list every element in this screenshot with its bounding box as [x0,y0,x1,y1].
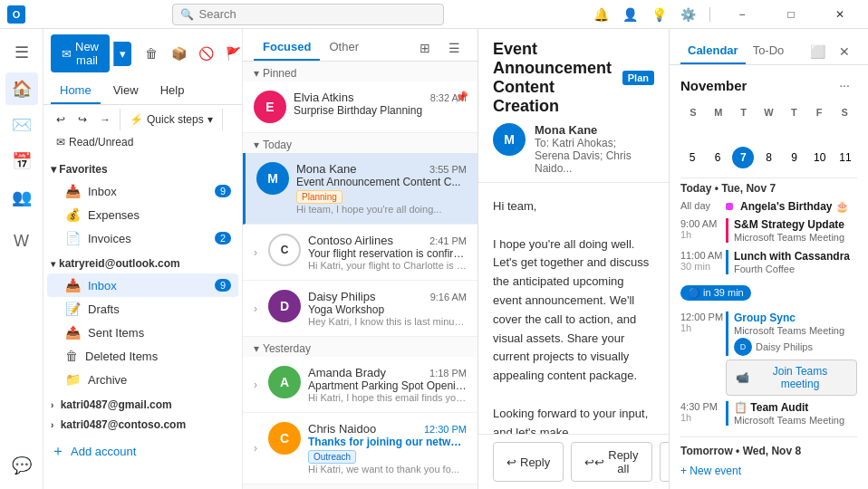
sidebar-item-archive[interactable]: 📁 Archive [47,368,238,391]
sidebar-item-deleted[interactable]: 🗑 Deleted Items [47,344,238,368]
tab-help[interactable]: Help [151,78,194,104]
day-name-t2: T [781,105,806,120]
event-11am-title: Lunch with Cassandra [734,250,857,263]
event-430pm-time: 4:30 PM [680,401,726,412]
subject-tag: Plan [622,71,654,85]
nav-mail-icon[interactable]: ✉️ [5,109,38,141]
new-mail-dropdown-button[interactable]: ▾ [113,42,131,66]
sidebar-item-inbox-fav[interactable]: 📥 Inbox 9 [47,179,238,203]
forward-button[interactable]: → [94,110,116,129]
search-input[interactable] [199,7,436,21]
filter-icon[interactable]: ⊞ [412,35,438,61]
inbox-fav-label: Inbox [88,185,215,198]
close-button[interactable]: ✕ [819,0,861,29]
todo-tab[interactable]: To-Do [746,38,792,64]
tab-view[interactable]: View [104,78,148,104]
cal-day-8[interactable]: 8 [757,147,779,168]
redo-button[interactable]: ↪ [72,110,92,129]
close-panel-icon[interactable]: ✕ [832,39,857,64]
tab-home[interactable]: Home [51,78,101,104]
reply-button[interactable]: ↩ Reply [493,442,564,482]
other-tab[interactable]: Other [320,34,368,61]
sender-amanda: Amanda Brady [308,366,426,379]
sidebar-item-invoices[interactable]: 📄 Invoices 2 [47,226,238,250]
lightbulb-icon[interactable]: 💡 [648,4,670,25]
read-unread-button[interactable]: ✉ Read/Unread [51,132,139,152]
notifications-icon[interactable]: 🔔 [590,4,612,25]
focused-tab[interactable]: Focused [254,34,320,61]
sidebar-item-drafts[interactable]: 📝 Drafts [47,297,238,321]
sidebar-item-expenses[interactable]: 💰 Expenses [47,203,238,226]
calendar-more-icon[interactable]: ··· [832,72,857,98]
title-bar: O 🔍 🔔 👤 💡 ⚙️ − □ ✕ [0,0,868,29]
gmail-account-header[interactable]: › katri0487@gmail.com [43,395,242,415]
sidebar-item-inbox[interactable]: 📥 Inbox 9 [47,273,238,297]
email-header-daisy: Daisy Philips 9:16 AM [308,290,467,303]
event-9am-time-col: 9:00 AM 1h [680,218,726,244]
spam-icon[interactable]: 🚫 [193,41,218,66]
sender-daisy: Daisy Philips [308,290,427,303]
new-event-button[interactable]: + New event [680,461,857,481]
today-collapse-icon[interactable]: ▾ [254,139,259,151]
account-header[interactable]: ▾ katryreid@outlook.com [43,254,242,273]
quick-steps-icon: ⚡ [130,113,143,126]
nav-people-icon[interactable]: 👥 [5,181,38,214]
email-content-contoso: Contoso Airlines 2:41 PM Your flight res… [308,234,467,271]
expand-panel-icon[interactable]: ⬜ [805,39,830,64]
email-item-elvia[interactable]: E Elvia Atkins 8:32 AM Surprise Birthday… [243,82,477,133]
calendar-tab[interactable]: Calendar [680,38,746,64]
people-icon[interactable]: 👤 [619,4,641,25]
email-item-amanda[interactable]: › A Amanda Brady 1:18 PM Apartment Parki… [243,357,477,413]
nav-home-icon[interactable]: 🏠 [5,72,38,105]
nav-word-icon[interactable]: W [5,225,38,257]
archive-icon[interactable]: 📦 [166,41,191,66]
nav-teams-icon[interactable]: 💬 [5,449,38,482]
email-to-line: To: Katri Ahokas; Serena Davis; Chris Na… [535,137,654,175]
sort-icon[interactable]: ☰ [441,35,467,61]
event-430pm[interactable]: 4:30 PM 1h 📋 Team Audit Microsoft Teams … [680,401,857,427]
event-12pm[interactable]: 12:00 PM 1h Group Sync Microsoft Teams M… [680,312,857,396]
sidebar-item-sent[interactable]: 📤 Sent Items [47,321,238,344]
favorites-header[interactable]: ▾ Favorites [43,159,242,179]
cal-day-10[interactable]: 10 [809,147,831,168]
add-account-button[interactable]: ＋ Add account [43,435,242,468]
join-teams-button[interactable]: 📹 Join Teams meeting [726,360,857,396]
delete-icon[interactable]: 🗑 [139,41,164,66]
avatar-amanda: A [268,366,301,398]
forward-button-pane[interactable]: ↪ Forw [660,442,670,482]
contoso-account-header[interactable]: › katri0487@contoso.com [43,415,242,435]
flag-icon[interactable]: 🚩 [220,41,243,66]
avatar-daisy: D [268,290,301,322]
maximize-button[interactable]: □ [770,0,812,29]
settings-icon[interactable]: ⚙️ [677,4,699,25]
expand-amanda-icon: › [254,379,257,391]
quick-steps-button[interactable]: ⚡ Quick steps ▾ [124,110,218,129]
time-mona: 3:55 PM [429,164,467,175]
email-item-mona[interactable]: M Mona Kane 3:55 PM Event Announcement C… [243,153,477,225]
title-bar-search: 🔍 [25,4,590,25]
cal-day-5[interactable]: 5 [681,147,703,168]
email-item-contoso[interactable]: › C Contoso Airlines 2:41 PM Your flight… [243,225,477,281]
body-paragraph: I hope you're all doing well. Let's get … [493,235,654,386]
event-12pm-dur: 1h [680,322,726,333]
cal-day-6[interactable]: 6 [707,147,728,168]
reply-all-button[interactable]: ↩↩ Reply all [571,442,651,482]
cal-day-9[interactable]: 9 [784,147,805,168]
app-body: ☰ 🏠 ✉️ 📅 👥 W 💬 ✉ New mail ▾ 🗑 📦 🚫 🚩 Home [0,29,868,489]
email-item-chris[interactable]: › C Chris Naidoo 12:30 PM Thanks for joi… [243,413,477,484]
nav-calendar-icon[interactable]: 📅 [5,145,38,177]
yesterday-collapse-icon[interactable]: ▾ [254,342,259,355]
new-mail-button[interactable]: ✉ New mail [51,34,110,72]
minimize-button[interactable]: − [721,0,763,29]
cal-day-7-today[interactable]: 7 [732,147,754,168]
event-9am[interactable]: 9:00 AM 1h S&M Strategy Update Microsoft… [680,218,857,244]
pinned-collapse-icon[interactable]: ▾ [254,67,259,80]
undo-button[interactable]: ↩ [51,110,71,129]
cal-day-11[interactable]: 11 [834,147,856,168]
email-item-daisy[interactable]: › D Daisy Philips 9:16 AM Yoga Workshop … [243,281,477,337]
event-11am[interactable]: 11:00 AM 30 min Lunch with Cassandra Fou… [680,250,857,276]
nav-menu-icon[interactable]: ☰ [5,36,38,69]
expand-chris-icon: › [254,442,257,455]
subject-contoso: Your flight reservation is confirmed [308,247,467,260]
search-box[interactable]: 🔍 [172,4,444,25]
